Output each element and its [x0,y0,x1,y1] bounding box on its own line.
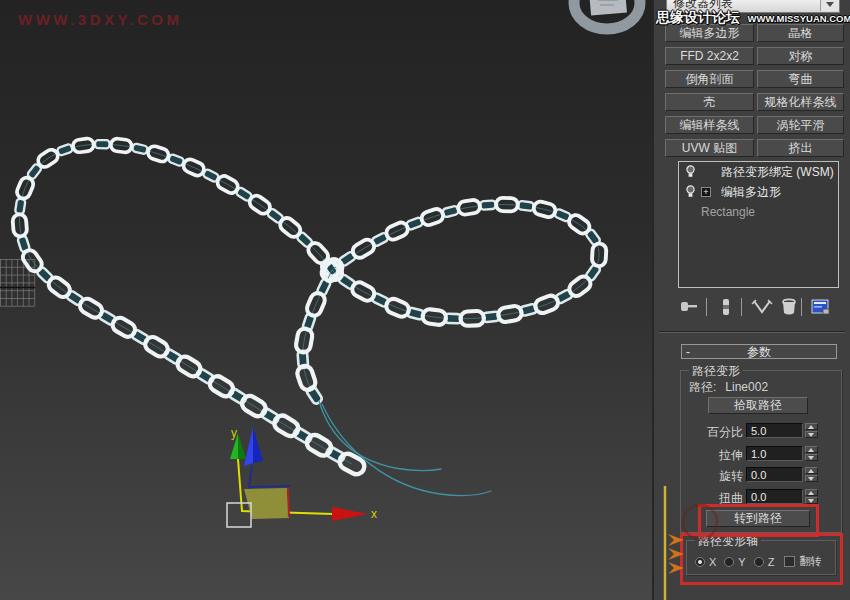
stack-item-label: Rectangle [701,202,755,222]
expand-icon[interactable]: + [701,187,711,197]
site-watermark: WWW.3DXY.COM [18,11,183,28]
forum-watermark-name: 思缘设计论坛 [656,9,740,25]
stretch-label: 拉伸 [681,447,743,464]
forum-watermark: 思缘设计论坛 WWW.MISSYUAN.COM [656,8,850,27]
path-spline[interactable] [319,401,491,495]
toolbar-separator [706,298,707,316]
show-end-result-icon[interactable] [715,296,737,318]
flip-checkbox[interactable] [784,556,795,567]
y-axis-label: y [231,426,237,440]
rotation-field[interactable] [746,467,803,482]
rollout-title: 参数 [747,345,771,359]
percent-label: 百分比 [681,424,743,441]
modifier-button-extrude[interactable]: 挤出 [757,139,844,157]
modifier-stack: 路径变形绑定 (WSM) + 编辑多边形 Rectangle [678,161,839,288]
modifier-button-shell[interactable]: 壳 [665,93,754,111]
axis-z-label: Z [768,556,775,568]
stack-item-label: 路径变形绑定 (WSM) [721,162,834,182]
modifier-button-edit-spline[interactable]: 编辑样条线 [665,116,754,134]
path-value: Line002 [725,380,768,394]
command-panel: 修改器列表 思缘设计论坛 WWW.MISSYUAN.COM 编辑多边形 晶格 F… [654,0,850,600]
toolbar-separator [741,298,742,316]
z-axis-arrow[interactable] [244,427,253,466]
modifier-button-uvw-map[interactable]: UVW 贴图 [665,139,754,157]
stretch-field[interactable] [746,446,803,461]
axis-z-radio[interactable] [754,557,764,567]
modifier-button-ffd[interactable]: FFD 2x2x2 [665,47,754,65]
forum-watermark-url: WWW.MISSYUAN.COM [747,13,850,24]
panel-groove [659,331,845,333]
x-axis-label: x [371,507,377,521]
modifier-button-bend[interactable]: 弯曲 [757,70,844,88]
params-rollout-header[interactable]: - 参数 [681,344,837,359]
stretch-spinner[interactable] [805,446,818,461]
make-unique-icon[interactable] [751,296,773,318]
modifier-button-grid: 编辑多边形 晶格 FFD 2x2x2 对称 倒角剖面 弯曲 壳 规格化样条线 编… [665,24,844,157]
percent-field[interactable] [746,423,803,438]
bulb-icon[interactable] [685,165,696,178]
rotation-label: 旋转 [681,468,743,485]
percent-row: 百分比 [681,423,841,439]
stack-item-label: 编辑多边形 [721,182,781,202]
axis-y-radio[interactable] [724,557,734,567]
stack-item-path-deform[interactable]: 路径变形绑定 (WSM) [679,162,838,182]
rotation-spinner[interactable] [805,467,818,482]
chain-object[interactable] [12,138,606,477]
stretch-row: 拉伸 [681,446,841,462]
modifier-button-symmetry[interactable]: 对称 [757,47,844,65]
group-title: 路径变形 [689,363,743,380]
y-axis-arrow-shade[interactable] [238,433,246,459]
pick-path-button[interactable]: 拾取路径 [708,397,808,414]
path-name-row: 路径:Line002 [689,379,768,396]
x-axis-arrow[interactable] [332,507,368,521]
axis-y-label: Y [738,556,745,568]
pin-stack-icon[interactable] [678,296,700,318]
twist-field[interactable] [746,489,803,504]
stack-item-edit-poly[interactable]: + 编辑多边形 [679,182,838,202]
bulb-icon[interactable] [685,185,696,198]
configure-modifier-sets-icon[interactable] [810,296,832,318]
z-axis-arrow-shade[interactable] [253,427,263,463]
stack-toolbar [654,296,850,320]
percent-spinner[interactable] [805,423,818,438]
path-label: 路径: [689,380,716,394]
modifier-button-normalize-spline[interactable]: 规格化样条线 [757,93,844,111]
selection-bracket [227,503,251,527]
stack-item-rectangle[interactable]: Rectangle [679,202,838,222]
viewport[interactable]: y x WWW.3DXY.COM [0,0,653,600]
twist-spinner[interactable] [805,489,818,504]
toolbar-separator [801,298,802,316]
modifier-button-turbosmooth[interactable]: 涡轮平滑 [757,116,844,134]
collapse-icon[interactable]: - [686,345,690,359]
scene-canvas: y x [0,0,653,600]
remove-modifier-icon[interactable] [778,296,800,318]
forum-logo-watermark [654,486,724,600]
max-window: y x WWW.3DXY.COM 修改器列表 思缘设计论坛 WWW.MISSYU… [0,0,850,600]
modifier-button-bevel-profile[interactable]: 倒角剖面 [665,70,754,88]
flip-label: 翻转 [799,554,821,569]
rotation-row: 旋转 [681,467,841,483]
logo-ring-watermark [574,0,640,29]
x-plane-edge [288,488,289,517]
